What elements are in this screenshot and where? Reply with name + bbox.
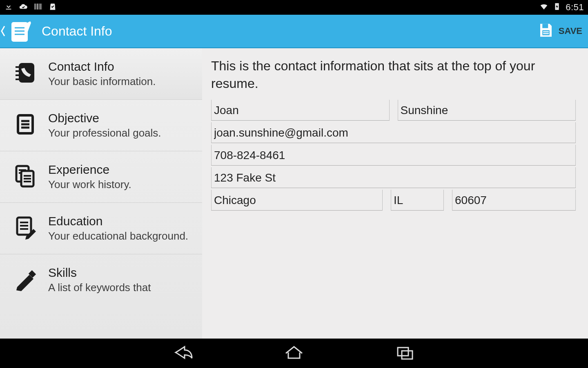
- svg-rect-13: [16, 79, 19, 80]
- nav-home-button[interactable]: [283, 344, 305, 362]
- svg-rect-5: [542, 24, 548, 28]
- document-pencil-icon: [12, 214, 38, 240]
- android-nav-bar: [0, 339, 588, 368]
- svg-rect-7: [543, 31, 549, 32]
- zip-input[interactable]: [452, 190, 576, 211]
- documents-stack-icon: [12, 163, 38, 189]
- state-input[interactable]: [391, 190, 444, 211]
- cloud-check-icon: [19, 2, 28, 13]
- download-icon: [4, 2, 13, 13]
- wifi-icon: [539, 2, 548, 13]
- first-name-input[interactable]: [211, 100, 390, 121]
- svg-rect-12: [16, 74, 19, 76]
- app-icon[interactable]: [8, 18, 34, 44]
- document-lines-icon: [12, 111, 38, 137]
- content-pane: This is the contact information that sit…: [202, 48, 588, 339]
- sidebar-item-label: Experience: [48, 163, 131, 177]
- svg-rect-8: [543, 33, 549, 34]
- last-name-input[interactable]: [398, 100, 576, 121]
- svg-rect-11: [16, 70, 19, 72]
- sidebar-item-label: Contact Info: [48, 60, 156, 74]
- back-button[interactable]: [0, 23, 6, 39]
- save-icon: [537, 22, 555, 40]
- main-area: Contact Info Your basic information. Obj…: [0, 48, 588, 339]
- save-button[interactable]: SAVE: [537, 22, 582, 40]
- sidebar-item-subtitle: A list of keywords that: [48, 281, 151, 294]
- sidebar-item-subtitle: Your basic information.: [48, 75, 156, 88]
- sidebar-item-subtitle: Your work history.: [48, 178, 131, 191]
- android-status-bar: 6:51: [0, 0, 588, 15]
- status-clock: 6:51: [566, 2, 584, 13]
- svg-rect-31: [402, 351, 412, 359]
- nav-recents-button[interactable]: [394, 344, 416, 362]
- phone-input[interactable]: [211, 145, 576, 166]
- sidebar-item-education[interactable]: Education Your educational background.: [0, 203, 202, 254]
- appbar-title: Contact Info: [42, 24, 112, 39]
- sidebar-item-skills[interactable]: Skills A list of keywords that: [0, 254, 202, 305]
- section-description: This is the contact information that sit…: [211, 57, 576, 92]
- battery-charging-icon: [552, 2, 561, 13]
- email-input[interactable]: [211, 122, 576, 143]
- sidebar-item-subtitle: Your professional goals.: [48, 127, 161, 139]
- section-sidebar: Contact Info Your basic information. Obj…: [0, 48, 202, 339]
- sidebar-item-label: Objective: [48, 111, 161, 125]
- address-input[interactable]: [211, 167, 576, 188]
- svg-rect-30: [398, 348, 408, 356]
- sidebar-item-label: Education: [48, 214, 188, 228]
- app-action-bar: Contact Info SAVE: [0, 15, 588, 48]
- barcode-icon: [33, 2, 42, 13]
- nav-back-button[interactable]: [172, 344, 194, 362]
- sidebar-item-contact-info[interactable]: Contact Info Your basic information.: [0, 48, 202, 100]
- save-label: SAVE: [559, 26, 582, 36]
- sidebar-item-label: Skills: [48, 266, 151, 280]
- sidebar-item-experience[interactable]: Experience Your work history.: [0, 151, 202, 203]
- svg-rect-6: [542, 30, 550, 35]
- city-input[interactable]: [211, 190, 383, 211]
- svg-rect-10: [16, 66, 19, 68]
- pencil-icon: [12, 266, 38, 292]
- sidebar-item-subtitle: Your educational background.: [48, 230, 188, 242]
- contact-book-icon: [12, 60, 38, 86]
- shopping-bag-check-icon: [48, 2, 57, 13]
- sidebar-item-objective[interactable]: Objective Your professional goals.: [0, 100, 202, 151]
